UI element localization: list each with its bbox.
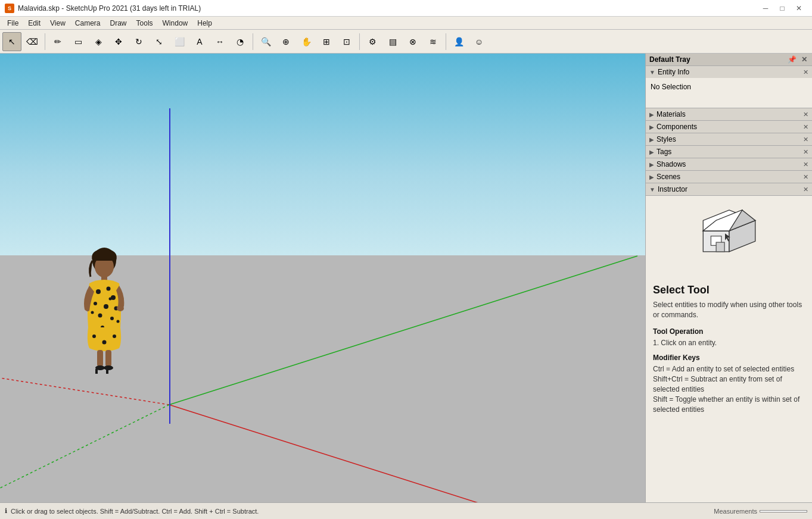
menu-item-help[interactable]: Help	[192, 18, 217, 29]
entity-info-header[interactable]: ▼ Entity Info ✕	[646, 66, 812, 78]
tray-close-button[interactable]: ✕	[800, 55, 808, 64]
lookaround-tool-button[interactable]: 🔍	[256, 32, 275, 51]
instructor-arrow: ▼	[649, 186, 655, 193]
section-header-styles[interactable]: ▶ Styles ✕	[646, 133, 812, 145]
section-close[interactable]: ✕	[803, 148, 808, 156]
toolbar-separator	[45, 33, 45, 50]
section-tags: ▶ Tags ✕	[646, 146, 812, 158]
pencil-tool-button[interactable]: ✏	[48, 32, 67, 51]
move-tool-button[interactable]: ✥	[109, 32, 128, 51]
eraser-tool-button[interactable]: ⌫	[23, 32, 42, 51]
svg-rect-19	[97, 350, 103, 367]
rotate-tool-button[interactable]: ↻	[129, 32, 148, 51]
svg-point-9	[98, 314, 102, 318]
person-figure	[77, 244, 131, 375]
svg-rect-24	[106, 369, 108, 374]
section-scenes: ▶ Scenes ✕	[646, 171, 812, 183]
instructor-header[interactable]: ▼ Instructor ✕	[646, 183, 812, 195]
toolbar-separator	[253, 33, 253, 50]
entity-info-title: Entity Info	[658, 68, 689, 76]
instructor-close[interactable]: ✕	[803, 186, 808, 193]
entity-info-section: ▼ Entity Info ✕ No Selection	[646, 66, 812, 108]
zoom-tool-button[interactable]: ⊞	[317, 32, 336, 51]
pan-tool-button[interactable]: ✋	[297, 32, 316, 51]
section-header-components[interactable]: ▶ Components ✕	[646, 121, 812, 133]
zoomextents-tool-button[interactable]: ⊡	[337, 32, 356, 51]
section-label: Materials	[657, 110, 686, 118]
no-selection-text: No Selection	[651, 83, 691, 91]
entity-info-close[interactable]: ✕	[803, 68, 808, 76]
menu-item-tools[interactable]: Tools	[132, 18, 158, 29]
protractor-tool-button[interactable]: ◔	[231, 32, 250, 51]
section-close[interactable]: ✕	[803, 111, 808, 118]
menu-item-camera[interactable]: Camera	[70, 18, 105, 29]
tray-controls: 📌 ✕	[786, 55, 808, 64]
section-close[interactable]: ✕	[803, 173, 808, 181]
tray-pin-button[interactable]: 📌	[786, 55, 798, 64]
pushpull-tool-button[interactable]: ◈	[89, 32, 108, 51]
dimension-tool-button[interactable]: ↔	[210, 32, 229, 51]
select-tool-button[interactable]: ↖	[2, 32, 21, 51]
blue-axis	[169, 108, 170, 424]
info-icon: ℹ	[5, 507, 7, 515]
account-tool-button[interactable]: ☺	[469, 32, 489, 51]
svg-point-10	[110, 317, 114, 320]
instructor-illustration	[653, 203, 805, 274]
close-button[interactable]: ✕	[791, 0, 807, 17]
instructor-tool-name: Select Tool	[653, 284, 805, 296]
entity-info-header-left: ▼ Entity Info	[649, 68, 689, 76]
rectangle-tool-button[interactable]: ▭	[69, 32, 88, 51]
section-arrow: ▶	[649, 124, 654, 130]
toolbar-separator	[446, 33, 446, 50]
orbit-tool-button[interactable]: ⊕	[276, 32, 295, 51]
section-label: Scenes	[657, 173, 680, 181]
menu-item-window[interactable]: Window	[158, 18, 193, 29]
menu-item-draw[interactable]: Draw	[105, 18, 132, 29]
section-close[interactable]: ✕	[803, 136, 808, 143]
status-right: Measurements	[714, 508, 807, 515]
text-tool-button[interactable]: A	[190, 32, 209, 51]
default-tray-header: Default Tray 📌 ✕	[646, 54, 812, 66]
person-tool-button[interactable]: 👤	[449, 32, 468, 51]
viewport[interactable]	[0, 54, 645, 502]
minimize-button[interactable]: ─	[757, 0, 774, 17]
section-close[interactable]: ✕	[803, 161, 808, 168]
window-title: Malavida.skp - SketchUp Pro 2021 (31 day…	[18, 4, 201, 12]
svg-rect-33	[716, 242, 724, 252]
svg-point-18	[113, 334, 116, 338]
layer-tool-button[interactable]: ⊗	[403, 32, 422, 51]
maximize-button[interactable]: □	[774, 0, 791, 17]
menu-item-file[interactable]: File	[2, 18, 23, 29]
section-tool-button[interactable]: ▤	[383, 32, 402, 51]
title-left: S Malavida.skp - SketchUp Pro 2021 (31 d…	[5, 4, 201, 13]
section-materials: ▶ Materials ✕	[646, 108, 812, 121]
sandbox-tool-button[interactable]: ≋	[424, 32, 443, 51]
status-left: ℹ Click or drag to select objects. Shift…	[5, 507, 714, 515]
section-arrow: ▶	[649, 161, 654, 168]
titlebar: S Malavida.skp - SketchUp Pro 2021 (31 d…	[0, 0, 812, 17]
section-header-tags[interactable]: ▶ Tags ✕	[646, 146, 812, 158]
measurements-input[interactable]	[760, 510, 807, 512]
toolbar-separator	[359, 33, 360, 50]
instructor-description: Select entities to modify when using oth…	[653, 300, 805, 320]
scale-tool-button[interactable]: ⤡	[150, 32, 169, 51]
section-header-materials[interactable]: ▶ Materials ✕	[646, 108, 812, 120]
menu-item-edit[interactable]: Edit	[23, 18, 45, 29]
section-close[interactable]: ✕	[803, 123, 808, 131]
section-label: Tags	[657, 148, 671, 156]
settings-tool-button[interactable]: ⚙	[363, 32, 382, 51]
section-arrow: ▶	[649, 111, 654, 118]
offset-tool-button[interactable]: ⬜	[170, 32, 189, 51]
collapsed-sections: ▶ Materials ✕ ▶ Components ✕ ▶ Styles ✕	[646, 108, 812, 183]
instructor-content: Select Tool Select entities to modify wh…	[646, 196, 812, 502]
instructor-svg	[687, 203, 771, 274]
section-label: Styles	[657, 135, 676, 143]
svg-point-17	[102, 340, 107, 345]
svg-point-15	[117, 305, 124, 311]
svg-point-7	[104, 304, 108, 309]
instructor-modifier-text: Ctrl = Add an entity to set of selected …	[653, 364, 805, 414]
menu-item-view[interactable]: View	[45, 18, 70, 29]
section-header-shadows[interactable]: ▶ Shadows ✕	[646, 158, 812, 170]
svg-point-16	[92, 334, 96, 338]
section-header-scenes[interactable]: ▶ Scenes ✕	[646, 171, 812, 183]
